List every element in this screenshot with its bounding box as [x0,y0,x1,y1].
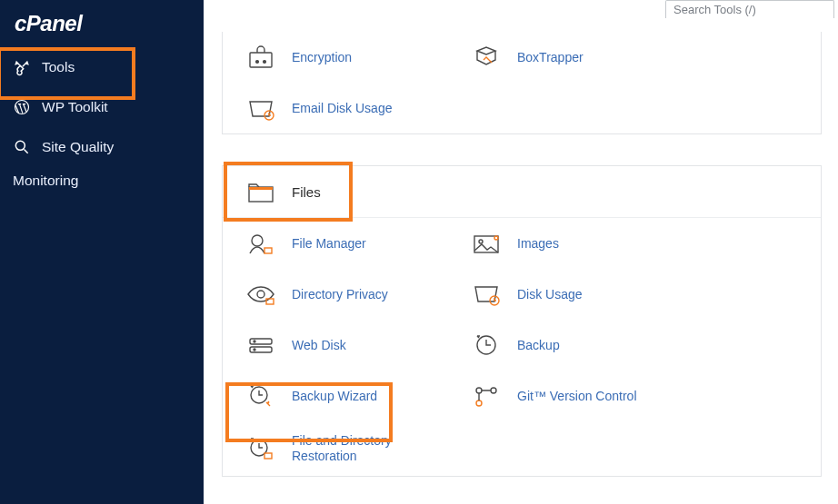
svg-point-22 [476,400,482,406]
label-dir-privacy: Directory Privacy [292,287,388,301]
item-file-manager[interactable]: File Manager [223,218,448,269]
label-images: Images [517,236,559,251]
sidebar-item-monitoring[interactable]: Monitoring [0,167,204,200]
sidebar: cPanel Tools WP Toolkit Site Quality Mon… [0,0,204,504]
item-encryption[interactable]: Encryption [223,32,448,83]
label-boxtrapper: BoxTrapper [517,50,584,64]
svg-point-4 [264,61,266,64]
item-directory-privacy[interactable]: Directory Privacy [223,269,448,320]
item-web-disk[interactable]: Web Disk [223,320,448,371]
brand-text: cPanel [15,11,82,35]
label-disk-usage: Disk Usage [517,287,583,301]
heading-label-files: Files [292,184,321,200]
svg-point-1 [15,141,25,150]
svg-point-24 [491,388,496,393]
tools-icon [13,58,31,76]
item-backup[interactable]: Backup [448,320,673,371]
label-file-manager: File Manager [292,236,366,251]
item-file-restore[interactable]: File and Directory Restoration [223,421,448,476]
svg-point-3 [256,61,259,64]
label-web-disk: Web Disk [292,338,346,352]
svg-rect-2 [250,53,272,67]
encryption-icon [243,44,279,71]
sidebar-nav: Tools WP Toolkit Site Quality Monitoring [0,45,204,200]
svg-rect-26 [264,453,272,459]
svg-point-8 [252,235,263,246]
sidebar-label-sitequality: Site Quality [42,139,114,155]
label-file-restore: File and Directory Restoration [292,433,401,464]
item-images[interactable]: Images [448,218,673,269]
label-git: Git™ Version Control [517,389,637,403]
sidebar-label-wp: WP Toolkit [42,99,108,115]
sidebar-item-site-quality[interactable]: Site Quality [0,127,204,167]
file-manager-icon [243,230,279,257]
sidebar-label-monitoring: Monitoring [13,173,78,189]
magnify-icon [13,138,31,156]
disk-usage-icon [468,281,504,308]
restore-icon [243,435,279,462]
svg-rect-7 [249,187,273,190]
brand-logo: cPanel [0,0,204,45]
item-git[interactable]: Git™ Version Control [448,371,673,421]
search-input[interactable]: Search Tools (/) [665,0,834,18]
item-backup-wizard[interactable]: Backup Wizard [223,371,448,421]
label-backup-wizard: Backup Wizard [292,389,377,403]
item-email-disk-usage[interactable]: Email Disk Usage [223,83,448,133]
sidebar-label-tools: Tools [42,59,75,75]
git-icon [468,382,504,410]
svg-point-18 [254,341,255,342]
panel-email-tail: Encryption BoxTrapper Email Disk Usage [222,32,822,134]
label-encryption: Encryption [292,50,352,64]
wordpress-icon [13,98,31,116]
panel-files: Files File Manager Images Directory Priv… [222,165,822,477]
folder-icon [243,178,279,205]
svg-rect-9 [264,248,272,253]
svg-point-12 [494,236,498,240]
svg-point-23 [476,388,482,393]
backup-wizard-icon [243,382,279,410]
item-boxtrapper[interactable]: BoxTrapper [448,32,673,83]
sidebar-item-tools[interactable]: Tools [0,47,204,87]
directory-privacy-icon [243,281,279,308]
web-disk-icon [243,331,279,359]
topbar: Search Tools (/) [204,0,838,20]
item-disk-usage[interactable]: Disk Usage [448,269,673,320]
search-placeholder: Search Tools (/) [673,3,756,16]
label-email-disk: Email Disk Usage [292,101,392,115]
section-heading-files[interactable]: Files [223,166,448,217]
label-backup: Backup [517,338,560,352]
sidebar-item-wp-toolkit[interactable]: WP Toolkit [0,87,204,127]
boxtrapper-icon [468,44,504,71]
backup-icon [468,331,504,359]
svg-point-19 [254,349,255,351]
svg-point-11 [479,240,483,243]
disk-clock-icon [243,94,279,122]
svg-point-13 [257,291,264,298]
images-icon [468,230,504,257]
